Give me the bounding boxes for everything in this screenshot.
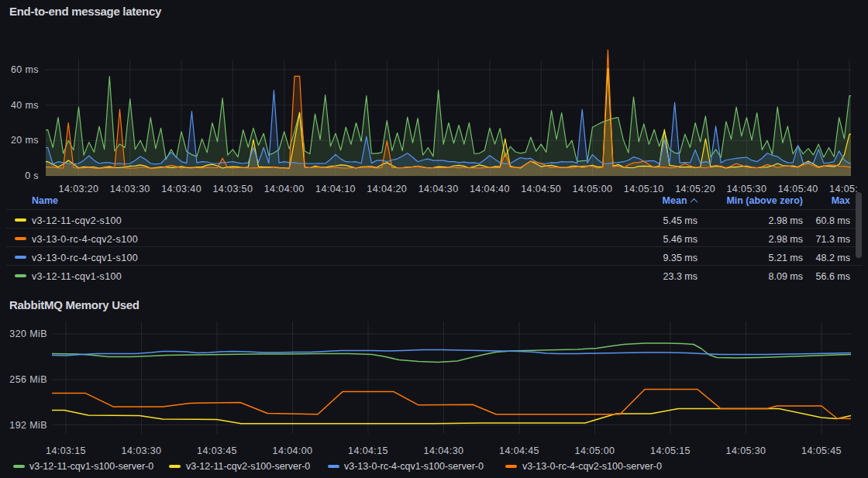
svg-text:14:05:40: 14:05:40 (778, 184, 818, 194)
svg-text:14:04:45: 14:04:45 (499, 445, 539, 456)
svg-text:14:05:50: 14:05:50 (829, 184, 868, 194)
svg-text:14:03:45: 14:03:45 (197, 445, 237, 456)
svg-text:14:04:20: 14:04:20 (367, 184, 407, 194)
svg-text:14:03:50: 14:03:50 (212, 184, 253, 194)
svg-text:14:05:00: 14:05:00 (575, 445, 615, 456)
svg-text:14:03:15: 14:03:15 (46, 445, 86, 456)
svg-text:20 ms: 20 ms (11, 135, 39, 146)
svg-text:0 s: 0 s (25, 170, 39, 181)
svg-text:14:05:15: 14:05:15 (650, 445, 691, 456)
svg-text:192 MiB: 192 MiB (9, 420, 47, 431)
svg-text:60 ms: 60 ms (11, 64, 39, 75)
svg-text:14:05:10: 14:05:10 (624, 184, 664, 194)
svg-text:14:04:30: 14:04:30 (418, 184, 459, 194)
svg-text:40 ms: 40 ms (11, 100, 39, 111)
svg-text:14:05:30: 14:05:30 (726, 184, 766, 194)
svg-text:14:04:30: 14:04:30 (424, 445, 464, 456)
svg-text:320 MiB: 320 MiB (9, 328, 47, 339)
svg-text:14:03:20: 14:03:20 (59, 184, 99, 194)
svg-text:14:04:15: 14:04:15 (348, 445, 388, 456)
svg-text:14:03:30: 14:03:30 (122, 445, 162, 456)
svg-text:14:05:00: 14:05:00 (573, 184, 613, 194)
svg-text:14:04:50: 14:04:50 (521, 184, 561, 194)
svg-text:14:03:40: 14:03:40 (161, 184, 202, 194)
svg-text:14:05:45: 14:05:45 (801, 445, 842, 456)
svg-text:14:04:40: 14:04:40 (470, 184, 510, 194)
svg-text:14:04:00: 14:04:00 (264, 184, 305, 194)
svg-text:14:04:00: 14:04:00 (273, 445, 313, 456)
svg-text:14:05:20: 14:05:20 (675, 184, 715, 194)
svg-text:14:04:10: 14:04:10 (315, 184, 356, 194)
svg-text:256 MiB: 256 MiB (9, 374, 47, 385)
svg-text:14:05:30: 14:05:30 (726, 445, 766, 456)
svg-text:14:03:30: 14:03:30 (110, 184, 150, 194)
